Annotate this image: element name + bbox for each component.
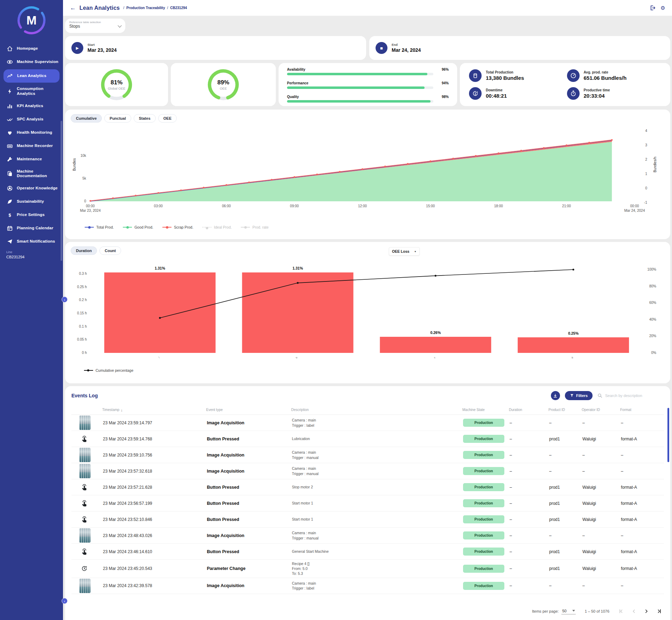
- sidebar-item-homepage[interactable]: Homepage: [0, 42, 63, 55]
- cell-machine-state: Production: [462, 482, 509, 493]
- breadcrumb-item-cb231294[interactable]: CB231294: [167, 6, 187, 10]
- table-row[interactable]: 23 Mar 2024 23:57:21.628Button PressedSt…: [71, 479, 664, 495]
- back-arrow-icon[interactable]: ←: [70, 5, 76, 12]
- heart-icon: [7, 130, 13, 136]
- cell-format: –: [620, 467, 664, 475]
- column-header-description[interactable]: Description: [291, 408, 462, 412]
- column-header-timestamp[interactable]: Timestamp ↓: [102, 408, 206, 412]
- sidebar-item-machine-documentation[interactable]: Machine Documentation: [0, 166, 63, 182]
- progress-fill: [287, 100, 430, 103]
- search-input[interactable]: [605, 393, 661, 398]
- sidebar-item-label: Planning Calendar: [17, 226, 53, 231]
- download-button[interactable]: [551, 391, 560, 400]
- history-icon: [80, 565, 88, 572]
- column-header-duration[interactable]: Duration: [509, 408, 548, 412]
- metric-label: Productive time: [584, 88, 610, 92]
- column-header-machine-state[interactable]: Machine State: [462, 408, 509, 412]
- legend-ideal-prod[interactable]: Ideal Prod.: [202, 225, 232, 229]
- legend-good-prod[interactable]: Good Prod.: [123, 225, 153, 229]
- photo-thumbnail[interactable]: [79, 464, 91, 478]
- photo-thumbnail[interactable]: [79, 416, 91, 430]
- sidebar-item-sustainability[interactable]: Sustainability: [0, 195, 63, 208]
- table-row[interactable]: 23 Mar 2024 23:46:14.610Button PressedGe…: [71, 544, 664, 560]
- machine-state-badge: Production: [463, 435, 504, 443]
- legend-scrap-prod[interactable]: Scrap Prod.: [162, 225, 193, 229]
- tab-cumulative[interactable]: Cumulative: [71, 114, 102, 123]
- end-date-card[interactable]: ■ End Mar 24, 2024: [369, 36, 670, 60]
- table-row[interactable]: 23 Mar 2024 23:59:14.768Button PressedLu…: [71, 431, 664, 447]
- table-row[interactable]: 23 Mar 2024 23:48:43.026Image Acquisitio…: [71, 528, 664, 544]
- filters-button[interactable]: Filters: [565, 391, 593, 400]
- svg-text:0%: 0%: [651, 351, 657, 355]
- machine-state-badge: Production: [463, 582, 504, 590]
- sidebar-collapse-button-bottom[interactable]: ‹: [62, 598, 68, 604]
- cell-description: Recipe 4 []From: 5.0To: 5.3: [291, 560, 462, 578]
- cell-machine-state: Production: [462, 530, 509, 541]
- tab-states[interactable]: States: [134, 114, 156, 123]
- photo-thumbnail[interactable]: [79, 448, 91, 462]
- sidebar-item-kpi-analytics[interactable]: KPI Analytics: [0, 99, 63, 113]
- sidebar-item-maintenance[interactable]: Maintenance: [0, 153, 63, 166]
- progress-performance: Performance94%: [287, 81, 449, 89]
- metric-value: 00:48:21: [486, 93, 507, 99]
- metric-productive-time: Productive time20:33:04: [567, 86, 662, 102]
- table-row[interactable]: 23 Mar 2024 23:56:57.199Button PressedSt…: [71, 495, 664, 511]
- svg-text:06:00: 06:00: [222, 204, 231, 208]
- progress-fill: [287, 73, 427, 75]
- breadcrumb-item-production-traceability[interactable]: Production Traceability: [123, 6, 165, 10]
- sidebar-item-price-settings[interactable]: $Price Settings: [0, 208, 63, 222]
- settings-gear-icon[interactable]: ⚙: [660, 5, 666, 11]
- sidebar-collapse-button[interactable]: ‹: [62, 297, 68, 302]
- logout-icon[interactable]: [649, 5, 656, 11]
- next-page-button[interactable]: [644, 608, 649, 614]
- last-page-button[interactable]: [656, 608, 662, 614]
- column-header-product-id[interactable]: Product ID: [548, 408, 582, 412]
- table-row[interactable]: 23 Mar 2024 23:57:32.618Image Acquisitio…: [71, 463, 664, 479]
- table-row[interactable]: 23 Mar 2024 23:59:10.756Image Acquisitio…: [71, 447, 664, 463]
- tab-punctual[interactable]: Punctual: [104, 114, 131, 123]
- column-header-format[interactable]: Format: [620, 408, 664, 412]
- machine-state-badge: Production: [463, 483, 504, 491]
- svg-text:0.26%: 0.26%: [430, 330, 441, 335]
- sidebar-item-label: Smart Notifications: [17, 239, 55, 244]
- sidebar-item-machine-recorder[interactable]: Machine Recorder: [0, 139, 63, 153]
- oee-loss-dropdown[interactable]: OEE Loss ▼: [389, 247, 420, 256]
- legend-label: Prod. rate: [252, 225, 268, 229]
- column-header-event-type[interactable]: Event type: [206, 408, 291, 412]
- legend-prod-rate[interactable]: Prod. rate: [241, 225, 268, 229]
- sidebar-item-lean-analytics[interactable]: Lean Analytics: [4, 69, 59, 83]
- sidebar-item-planning-calendar[interactable]: Planning Calendar: [0, 222, 63, 235]
- column-header-operator-id[interactable]: Operator ID: [582, 408, 620, 412]
- sidebar-item-consumption-analytics[interactable]: Consumption Analytics: [0, 83, 63, 99]
- table-row[interactable]: 23 Mar 2024 23:45:20.543Parameter Change…: [71, 560, 664, 578]
- items-per-page-select[interactable]: 50: [561, 608, 575, 614]
- legend-total-prod[interactable]: Total Prod.: [85, 225, 114, 229]
- sidebar-item-operator-knowledge[interactable]: Operator Knowledge: [0, 182, 63, 195]
- svg-text:0.25%: 0.25%: [568, 331, 579, 335]
- table-row[interactable]: 23 Mar 2024 23:52:10.846Button PressedSt…: [71, 511, 664, 528]
- sidebar-item-spc-analysis[interactable]: SPC Analysis: [0, 113, 63, 126]
- sidebar-scrollbar[interactable]: [61, 121, 62, 261]
- reference-table-select[interactable]: Reference table selection Stops: [65, 19, 125, 33]
- funnel-icon: [570, 393, 574, 398]
- photo-thumbnail[interactable]: [79, 579, 91, 593]
- start-date-card[interactable]: ▶ Start Mar 23, 2024: [65, 36, 366, 60]
- sidebar-item-machine-supervision[interactable]: Machine Supervision: [0, 55, 63, 69]
- sidebar-item-smart-notifications[interactable]: Smart Notifications: [0, 235, 63, 248]
- tap-icon: [80, 500, 88, 507]
- events-scrollbar[interactable]: [667, 408, 669, 462]
- photo-thumbnail[interactable]: [79, 528, 91, 543]
- svg-text:0.2 h: 0.2 h: [79, 298, 87, 302]
- table-row[interactable]: 23 Mar 2024 23:59:14.797Image Acquisitio…: [71, 415, 664, 431]
- previous-page-button[interactable]: [631, 608, 637, 614]
- cell-duration: –: [509, 483, 548, 491]
- sidebar-item-label: Health Monitoring: [17, 130, 52, 135]
- sidebar-item-health-monitoring[interactable]: Health Monitoring: [0, 126, 63, 139]
- tab-oee[interactable]: OEE: [158, 114, 177, 123]
- first-page-button[interactable]: [618, 608, 624, 614]
- cell-event-type: Parameter Change: [206, 565, 291, 572]
- table-row[interactable]: 23 Mar 2024 23:42:39.578Image Acquisitio…: [71, 578, 664, 594]
- machine-state-badge: Production: [463, 531, 504, 539]
- pareto-tab-count[interactable]: Count: [99, 246, 121, 255]
- pareto-tab-duration[interactable]: Duration: [71, 246, 97, 255]
